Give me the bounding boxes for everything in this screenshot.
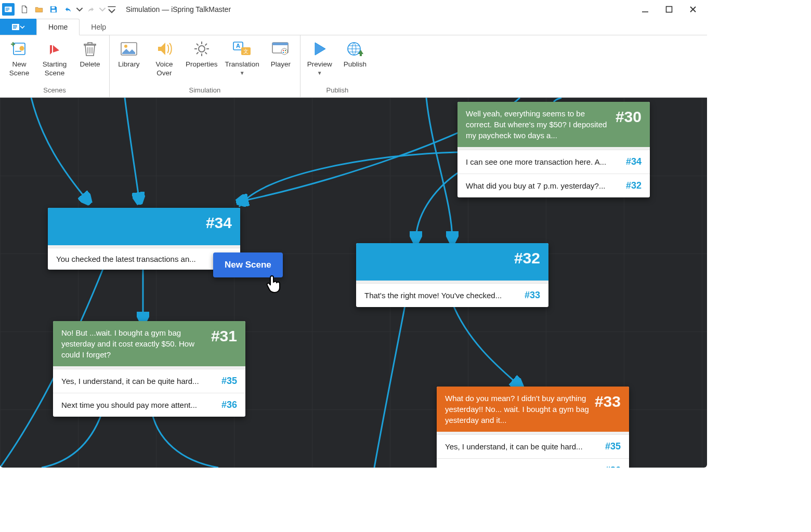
cursor-icon — [266, 274, 284, 296]
svg-rect-2 — [6, 9, 10, 9]
scene-31-reply-0[interactable]: Yes, I understand, it can be quite hard.… — [53, 369, 245, 393]
new-scene-button[interactable]: New Scene — [5, 37, 33, 78]
app-icon[interactable] — [2, 3, 15, 16]
group-simulation: Library Voice Over Properties A文 Transla… — [110, 35, 300, 97]
group-publish: Preview ▼ Publish Publish — [300, 35, 374, 97]
scene-30-number: #30 — [616, 108, 642, 126]
svg-text:文: 文 — [243, 48, 248, 54]
new-scene-label: New Scene — [9, 60, 29, 78]
svg-point-26 — [283, 50, 284, 51]
group-scenes-label: Scenes — [5, 85, 104, 96]
scene-31-text: No! But ...wait. I bought a gym bag yest… — [61, 327, 206, 360]
svg-point-18 — [199, 46, 205, 52]
scene-33-reply-1[interactable]: Next time you should pay more attent... … — [437, 458, 629, 468]
scene-card-34[interactable]: #34 You checked the latest transactions … — [48, 208, 240, 270]
svg-rect-10 — [13, 25, 17, 25]
voice-over-button[interactable]: Voice Over — [150, 37, 178, 78]
redo-icon[interactable] — [84, 3, 98, 16]
new-file-icon[interactable] — [18, 3, 31, 16]
svg-point-29 — [285, 52, 286, 53]
scene-32-number: #32 — [514, 249, 540, 267]
voice-over-label: Voice Over — [155, 60, 173, 78]
properties-label: Properties — [186, 60, 218, 69]
tab-home[interactable]: Home — [36, 19, 80, 35]
close-button[interactable] — [681, 0, 705, 19]
svg-rect-5 — [51, 10, 56, 12]
window-controls — [633, 0, 705, 19]
redo-dropdown-icon[interactable] — [99, 3, 106, 16]
translation-label: Translation — [225, 60, 259, 69]
scene-30-reply-0[interactable]: I can see one more transaction here. A..… — [457, 150, 650, 174]
minimize-button[interactable] — [633, 0, 657, 19]
svg-point-28 — [283, 52, 284, 53]
scene-33-text: What do you mean? I didn't buy anything … — [445, 393, 590, 425]
maximize-button[interactable] — [657, 0, 681, 19]
player-label: Player — [271, 60, 291, 69]
quick-access-toolbar — [2, 3, 116, 16]
save-icon[interactable] — [47, 3, 60, 16]
svg-rect-3 — [6, 10, 8, 11]
scene-31-reply-1[interactable]: Next time you should pay more attent... … — [53, 393, 245, 417]
svg-rect-24 — [272, 43, 288, 45]
library-label: Library — [118, 60, 139, 69]
svg-rect-1 — [6, 8, 10, 8]
file-menu[interactable] — [0, 19, 36, 35]
title-bar: Simulation — iSpring TalkMaster — [0, 0, 707, 19]
publish-label: Publish — [344, 60, 367, 69]
qat-customize-icon[interactable] — [107, 3, 116, 16]
delete-label: Delete — [80, 60, 100, 69]
scene-31-number: #31 — [211, 327, 237, 345]
scene-card-33[interactable]: What do you mean? I didn't buy anything … — [437, 387, 629, 468]
tab-help[interactable]: Help — [80, 19, 118, 35]
scene-34-reply-0[interactable]: You checked the latest transactions an..… — [48, 248, 240, 270]
undo-icon[interactable] — [61, 3, 75, 16]
preview-button[interactable]: Preview ▼ — [306, 37, 334, 76]
scene-33-reply-0[interactable]: Yes, I understand, it can be quite hard.… — [437, 434, 629, 458]
preview-label: Preview — [307, 60, 332, 69]
scene-33-number: #33 — [595, 393, 621, 410]
svg-text:A: A — [236, 43, 240, 49]
scene-card-32[interactable]: #32 That's the right move! You've checke… — [356, 243, 548, 307]
svg-point-14 — [20, 46, 24, 51]
scene-card-31[interactable]: No! But ...wait. I bought a gym bag yest… — [53, 321, 245, 417]
open-file-icon[interactable] — [32, 3, 46, 16]
library-button[interactable]: Library — [115, 37, 143, 69]
tab-strip: Home Help — [0, 19, 707, 35]
canvas[interactable]: Well yeah, everything seems to be correc… — [0, 98, 707, 468]
properties-button[interactable]: Properties — [186, 37, 218, 69]
svg-rect-8 — [666, 7, 672, 12]
chevron-down-icon: ▼ — [317, 70, 322, 76]
svg-rect-7 — [642, 11, 648, 12]
new-scene-popup[interactable]: New Scene — [213, 252, 283, 277]
group-simulation-label: Simulation — [115, 85, 295, 96]
starting-scene-button[interactable]: Starting Scene — [41, 37, 69, 78]
delete-button[interactable]: Delete — [76, 37, 104, 69]
svg-rect-12 — [13, 28, 16, 28]
svg-point-27 — [285, 50, 286, 51]
scene-32-reply-0[interactable]: That's the right move! You've checked...… — [356, 283, 548, 307]
svg-rect-11 — [13, 26, 17, 27]
group-scenes: New Scene Starting Scene Delete Scenes — [0, 35, 110, 97]
player-button[interactable]: Player — [267, 37, 295, 69]
starting-scene-label: Starting Scene — [43, 60, 67, 78]
chevron-down-icon: ▼ — [240, 70, 245, 76]
group-publish-label: Publish — [306, 85, 369, 96]
svg-point-17 — [124, 45, 127, 48]
svg-point-25 — [281, 48, 287, 55]
svg-rect-4 — [51, 7, 55, 9]
translation-button[interactable]: A文 Translation ▼ — [225, 37, 259, 76]
svg-rect-6 — [108, 6, 116, 7]
publish-button[interactable]: Publish — [341, 37, 369, 69]
scene-34-number: #34 — [206, 214, 232, 232]
scene-card-30[interactable]: Well yeah, everything seems to be correc… — [457, 102, 650, 197]
ribbon: New Scene Starting Scene Delete Scenes L… — [0, 35, 707, 98]
svg-rect-15 — [15, 51, 21, 51]
window-title: Simulation — iSpring TalkMaster — [126, 5, 231, 14]
scene-30-text: Well yeah, everything seems to be correc… — [466, 108, 610, 141]
scene-30-reply-1[interactable]: What did you buy at 7 p.m. yesterday?...… — [457, 174, 650, 197]
undo-dropdown-icon[interactable] — [76, 3, 83, 16]
